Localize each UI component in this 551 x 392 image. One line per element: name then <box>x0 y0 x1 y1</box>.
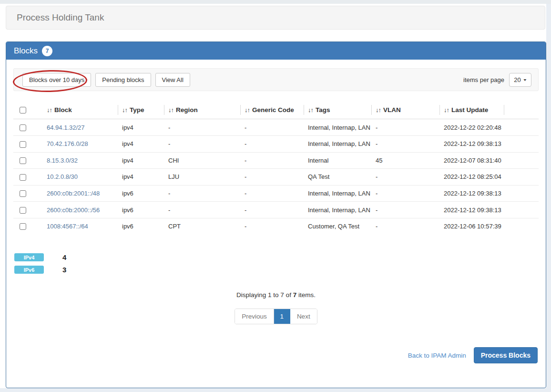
displaying-suffix: items. <box>296 291 316 299</box>
type-cell: ipv6 <box>118 202 164 218</box>
column-header-filler <box>504 101 539 119</box>
row-checkbox[interactable] <box>20 141 26 148</box>
region-cell: LJU <box>164 169 241 186</box>
tags-cell: Internal <box>304 152 372 169</box>
last-update-cell: 2022-12-12 08:25:04 <box>440 169 504 186</box>
block-link[interactable]: 2600:c0b:2000::/56 <box>47 206 100 214</box>
row-select-cell <box>13 185 43 202</box>
block-cell: 2600:c0b:2001::/48 <box>43 185 118 202</box>
process-blocks-button[interactable]: Process Blocks <box>474 347 538 363</box>
ipv4-badge: IPv4 <box>14 253 44 261</box>
block-link[interactable]: 10.2.0.8/30 <box>47 173 78 180</box>
region-cell: - <box>164 185 241 202</box>
table-row: 70.42.176.0/28 ipv4 - - Internal, Intern… <box>13 136 539 153</box>
items-per-page-select[interactable]: 20 ▼ <box>509 73 531 87</box>
table-row: 8.15.3.0/32 ipv4 CHI - Internal 45 2022-… <box>13 152 539 169</box>
caret-down-icon: ▼ <box>522 78 527 82</box>
pending-blocks-button[interactable]: Pending blocks <box>95 73 151 87</box>
ipv6-count: 3 <box>62 266 66 274</box>
column-header-last-update[interactable]: ↓↑Last Update <box>440 101 504 119</box>
items-per-page-value: 20 <box>514 76 520 83</box>
blocks-over-10-days-button[interactable]: Blocks over 10 days <box>22 73 91 87</box>
block-link[interactable]: 8.15.3.0/32 <box>47 157 78 164</box>
page-title-bar: Process Holding Tank <box>6 6 545 30</box>
filler-cell <box>504 185 539 202</box>
column-header-generic-code[interactable]: ↓↑Generic Code <box>241 101 304 119</box>
sort-icon: ↓↑ <box>308 106 313 113</box>
block-link[interactable]: 70.42.176.0/28 <box>47 140 88 147</box>
row-select-cell <box>13 169 43 186</box>
last-update-cell: 2022-12-06 10:57:39 <box>440 218 504 234</box>
pagination: Previous 1 Next <box>13 309 539 324</box>
row-checkbox[interactable] <box>20 190 26 197</box>
table-row: 2600:c0b:2001::/48 ipv6 - - Internal, In… <box>13 185 539 202</box>
column-header-region[interactable]: ↓↑Region <box>164 101 241 119</box>
generic-code-cell: - <box>241 185 304 202</box>
select-all-checkbox[interactable] <box>20 107 26 113</box>
next-page-button[interactable]: Next <box>290 309 317 324</box>
row-checkbox[interactable] <box>20 207 26 214</box>
vlan-cell: - <box>372 119 440 136</box>
tags-cell: Internal, Internap, LAN <box>304 185 372 202</box>
block-cell: 64.94.1.32/27 <box>43 119 118 136</box>
generic-code-cell: - <box>241 152 304 169</box>
column-header-tags[interactable]: ↓↑Tags <box>304 101 372 119</box>
type-cell: ipv4 <box>118 136 164 153</box>
column-label: Last Update <box>451 106 488 113</box>
back-to-ipam-admin-link[interactable]: Back to IPAM Admin <box>408 352 466 359</box>
table-header-row: ↓↑Block ↓↑Type ↓↑Region ↓↑Generic Code ↓… <box>13 101 539 119</box>
column-label: Block <box>54 106 72 113</box>
ipv6-badge: IPv6 <box>14 266 44 274</box>
previous-page-button[interactable]: Previous <box>235 309 274 324</box>
type-cell: ipv4 <box>118 152 164 169</box>
panel-body: Blocks over 10 days Pending blocks View … <box>6 60 546 389</box>
filler-cell <box>504 202 539 218</box>
generic-code-cell: - <box>241 169 304 186</box>
displaying-summary: Displaying 1 to 7 of 7 items. <box>13 291 539 299</box>
page-edge-top <box>0 0 551 4</box>
generic-code-cell: - <box>241 218 304 234</box>
ipv4-count: 4 <box>62 253 66 261</box>
filler-cell <box>504 152 539 169</box>
page-1-button[interactable]: 1 <box>274 309 290 324</box>
blocks-count-badge: 7 <box>42 46 52 56</box>
column-label: VLAN <box>383 106 401 113</box>
protocol-summary: IPv4 4 IPv6 3 <box>14 253 539 274</box>
column-header-type[interactable]: ↓↑Type <box>118 101 164 119</box>
toolbar: Blocks over 10 days Pending blocks View … <box>13 68 539 91</box>
vlan-cell: - <box>372 136 440 153</box>
last-update-cell: 2022-12-22 02:20:48 <box>440 119 504 136</box>
displaying-text: Displaying 1 to 7 of <box>236 291 293 299</box>
row-checkbox[interactable] <box>20 223 26 230</box>
page-title: Process Holding Tank <box>17 12 104 23</box>
type-cell: ipv4 <box>118 119 164 136</box>
filler-cell <box>504 218 539 234</box>
row-checkbox[interactable] <box>20 157 26 164</box>
generic-code-cell: - <box>241 136 304 153</box>
column-header-vlan[interactable]: ↓↑VLAN <box>372 101 440 119</box>
filler-cell <box>504 119 539 136</box>
row-checkbox[interactable] <box>20 174 26 181</box>
vlan-cell: - <box>372 169 440 186</box>
row-select-cell <box>13 119 43 136</box>
tags-cell: Customer, QA Test <box>304 218 372 234</box>
region-cell: CPT <box>164 218 241 234</box>
region-cell: - <box>164 202 241 218</box>
block-link[interactable]: 64.94.1.32/27 <box>47 124 85 131</box>
block-cell: 8.15.3.0/32 <box>43 152 118 169</box>
row-checkbox[interactable] <box>20 124 26 131</box>
region-cell: - <box>164 119 241 136</box>
column-label: Generic Code <box>252 106 294 113</box>
column-header-block[interactable]: ↓↑Block <box>43 101 118 119</box>
last-update-cell: 2022-12-12 09:38:13 <box>440 202 504 218</box>
block-link[interactable]: 2600:c0b:2001::/48 <box>47 190 100 197</box>
block-cell: 1008:4567::/64 <box>43 218 118 234</box>
vlan-cell: 45 <box>372 152 440 169</box>
view-all-button[interactable]: View All <box>155 73 190 87</box>
tags-cell: Internal, Internap, LAN <box>304 202 372 218</box>
blocks-table: ↓↑Block ↓↑Type ↓↑Region ↓↑Generic Code ↓… <box>13 101 539 234</box>
last-update-cell: 2022-12-12 09:38:13 <box>440 185 504 202</box>
row-select-cell <box>13 152 43 169</box>
region-cell: - <box>164 136 241 153</box>
block-link[interactable]: 1008:4567::/64 <box>47 223 88 230</box>
